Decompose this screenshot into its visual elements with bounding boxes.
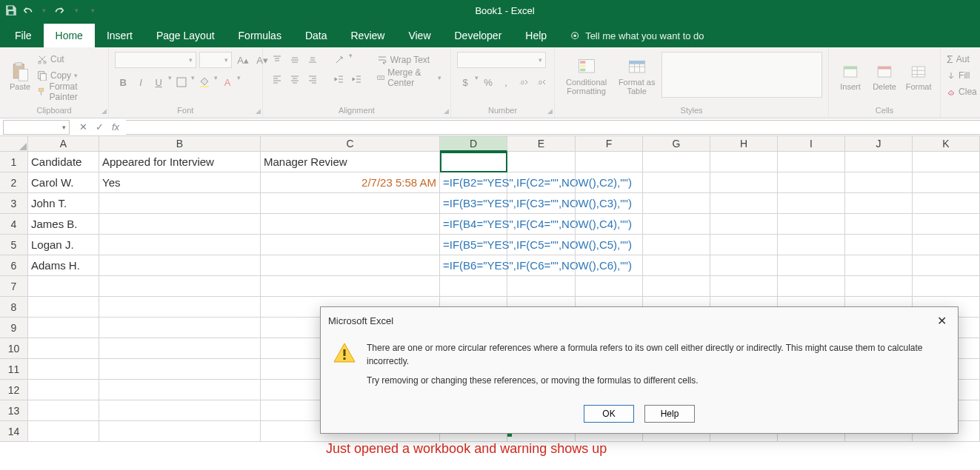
cell-D7[interactable] — [440, 276, 507, 297]
row-header-1[interactable]: 1 — [0, 152, 28, 172]
cell-C6[interactable] — [261, 255, 440, 276]
select-all-corner[interactable] — [0, 136, 28, 152]
cell-E7[interactable] — [507, 276, 576, 297]
percent-icon[interactable]: % — [480, 74, 496, 90]
cell-C5[interactable] — [261, 235, 440, 255]
cell-C1[interactable]: Manager Review — [261, 152, 440, 172]
format-as-table-button[interactable]: Format as Table — [615, 52, 659, 101]
cell-A9[interactable] — [28, 318, 99, 338]
cell-K7[interactable] — [913, 276, 980, 297]
tab-review[interactable]: Review — [339, 24, 397, 47]
row-header-9[interactable]: 9 — [0, 318, 28, 338]
cell-J4[interactable] — [845, 214, 913, 235]
cell-K4[interactable] — [913, 214, 980, 235]
cell-G3[interactable] — [643, 193, 710, 214]
cell-F3[interactable] — [576, 193, 643, 214]
cell-B7[interactable] — [99, 276, 261, 297]
font-launcher-icon[interactable]: ◢ — [256, 107, 261, 115]
cell-I4[interactable] — [778, 214, 845, 235]
cell-C4[interactable] — [261, 214, 440, 235]
cell-F6[interactable] — [576, 255, 643, 276]
clear-button[interactable]: Clea — [947, 84, 977, 99]
cell-A14[interactable] — [28, 421, 99, 442]
clipboard-launcher-icon[interactable]: ◢ — [101, 107, 107, 115]
dialog-help-button[interactable]: Help — [644, 405, 695, 423]
cell-I7[interactable] — [778, 276, 845, 297]
cell-A5[interactable]: Logan J. — [28, 235, 99, 255]
row-header-4[interactable]: 4 — [0, 214, 28, 235]
column-header-K[interactable]: K — [913, 136, 980, 152]
decrease-decimal-icon[interactable]: .0 — [533, 74, 550, 90]
cell-D2[interactable]: =IF(B2="YES",IF(C2="",NOW(),C2),"") — [440, 172, 507, 193]
cell-J1[interactable] — [845, 152, 913, 172]
row-header-13[interactable]: 13 — [0, 400, 28, 421]
cell-J5[interactable] — [845, 235, 913, 255]
paste-button[interactable]: Paste — [6, 52, 34, 101]
save-icon[interactable] — [4, 4, 18, 17]
cell-J6[interactable] — [845, 255, 913, 276]
dialog-ok-button[interactable]: OK — [584, 405, 634, 423]
increase-font-icon[interactable]: A▴ — [235, 52, 251, 68]
font-color-button[interactable]: A — [219, 74, 236, 90]
column-header-D[interactable]: D — [440, 136, 507, 152]
cell-D6[interactable]: =IF(B6="YES",IF(C6="",NOW(),C6),"") — [440, 255, 507, 276]
cell-D4[interactable]: =IF(B4="YES",IF(C4="",NOW(),C4),"") — [440, 214, 507, 235]
cut-button[interactable]: Cut — [37, 52, 102, 67]
cell-A4[interactable]: James B. — [28, 214, 99, 235]
cell-A2[interactable]: Carol W. — [28, 172, 99, 193]
cell-B12[interactable] — [99, 380, 261, 400]
cell-B2[interactable]: Yes — [99, 172, 261, 193]
row-header-14[interactable]: 14 — [0, 421, 28, 442]
cell-B11[interactable] — [99, 359, 261, 380]
delete-cells-button[interactable]: Delete — [869, 52, 900, 101]
cell-I5[interactable] — [778, 235, 845, 255]
cell-G5[interactable] — [643, 235, 710, 255]
cell-B1[interactable]: Appeared for Interview — [99, 152, 261, 172]
cell-H2[interactable] — [710, 172, 778, 193]
cell-E5[interactable] — [507, 235, 576, 255]
cell-H6[interactable] — [710, 255, 778, 276]
cell-K2[interactable] — [913, 172, 980, 193]
cancel-formula-icon[interactable]: ✕ — [76, 120, 90, 135]
cell-E3[interactable] — [507, 193, 576, 214]
column-header-I[interactable]: I — [778, 136, 845, 152]
cell-K3[interactable] — [913, 193, 980, 214]
row-header-10[interactable]: 10 — [0, 338, 28, 359]
tab-developer[interactable]: Developer — [443, 24, 514, 47]
row-header-5[interactable]: 5 — [0, 235, 28, 255]
cell-B14[interactable] — [99, 421, 261, 442]
cell-B5[interactable] — [99, 235, 261, 255]
redo-dropdown-icon[interactable]: ▾ — [70, 4, 83, 17]
comma-icon[interactable]: , — [498, 74, 514, 90]
column-header-H[interactable]: H — [710, 136, 778, 152]
tab-view[interactable]: View — [396, 24, 442, 47]
cell-A13[interactable] — [28, 400, 99, 421]
alignment-launcher-icon[interactable]: ◢ — [444, 107, 449, 115]
increase-indent-icon[interactable] — [349, 71, 365, 87]
cell-A3[interactable]: John T. — [28, 193, 99, 214]
row-header-6[interactable]: 6 — [0, 255, 28, 276]
undo-icon[interactable] — [21, 4, 34, 17]
cell-B10[interactable] — [99, 338, 261, 359]
tab-insert[interactable]: Insert — [95, 24, 144, 47]
cell-J3[interactable] — [845, 193, 913, 214]
italic-button[interactable]: I — [133, 74, 149, 90]
insert-cells-button[interactable]: Insert — [835, 52, 866, 101]
cell-G2[interactable] — [643, 172, 710, 193]
cell-E4[interactable] — [507, 214, 576, 235]
cell-G1[interactable] — [643, 152, 710, 172]
align-top-icon[interactable] — [269, 52, 285, 68]
cell-J2[interactable] — [845, 172, 913, 193]
underline-button[interactable]: U — [150, 74, 167, 90]
cell-A6[interactable]: Adams H. — [28, 255, 99, 276]
conditional-formatting-button[interactable]: Conditional Formatting — [561, 52, 612, 101]
qat-customize-icon[interactable]: ▾ — [86, 4, 99, 17]
row-header-11[interactable]: 11 — [0, 359, 28, 380]
column-header-J[interactable]: J — [845, 136, 913, 152]
bold-button[interactable]: B — [115, 74, 131, 90]
tab-data[interactable]: Data — [293, 24, 339, 47]
cell-C2[interactable]: 2/7/23 5:58 AM — [261, 172, 440, 193]
cell-A7[interactable] — [28, 276, 99, 297]
cell-B8[interactable] — [99, 297, 261, 318]
font-name-combo[interactable]: ▾ — [115, 52, 196, 68]
